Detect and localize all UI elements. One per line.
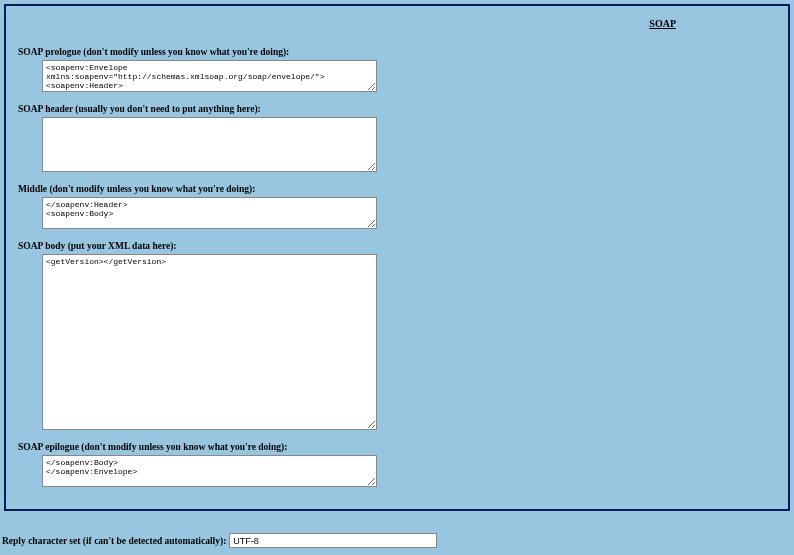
body-textarea[interactable] <box>42 254 377 430</box>
epilogue-textarea[interactable] <box>42 455 377 487</box>
charset-input[interactable] <box>229 533 437 548</box>
header: SOAP <box>8 8 786 39</box>
prologue-textarea[interactable] <box>42 60 377 92</box>
epilogue-label: SOAP epilogue (don't modify unless you k… <box>18 442 782 452</box>
soap-header-label: SOAP header (usually you don't need to p… <box>18 104 782 114</box>
body-label: SOAP body (put your XML data here): <box>18 241 782 251</box>
charset-row: Reply character set (if can't be detecte… <box>2 533 792 548</box>
middle-textarea[interactable] <box>42 197 377 229</box>
bottom-section: Reply character set (if can't be detecte… <box>0 515 794 555</box>
charset-label: Reply character set (if can't be detecte… <box>2 536 226 546</box>
prologue-label: SOAP prologue (don't modify unless you k… <box>18 47 782 57</box>
page-title: SOAP <box>649 18 676 29</box>
form-section: SOAP prologue (don't modify unless you k… <box>8 39 786 507</box>
middle-label: Middle (don't modify unless you know wha… <box>18 184 782 194</box>
soap-header-textarea[interactable] <box>42 117 377 172</box>
soap-form-frame: SOAP SOAP prologue (don't modify unless … <box>4 4 790 511</box>
